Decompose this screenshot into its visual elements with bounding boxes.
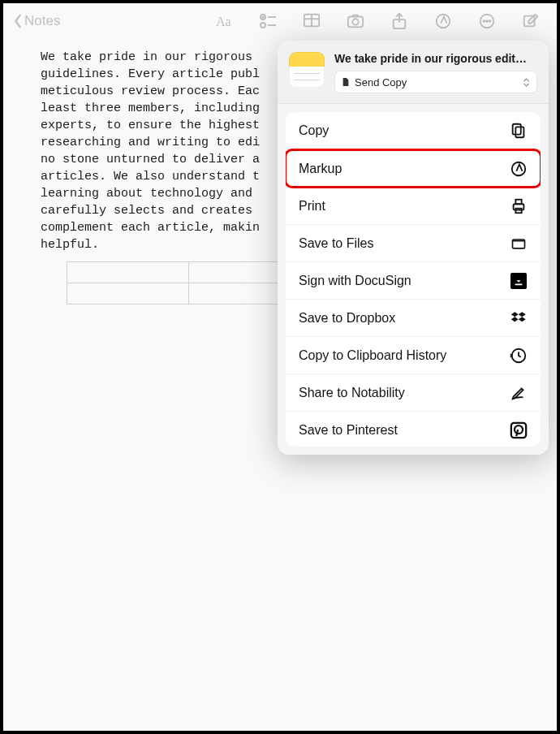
toolbar: Notes Aa bbox=[3, 3, 557, 39]
share-item-sign-with-docusign[interactable]: Sign with DocuSign bbox=[286, 261, 541, 299]
svg-rect-18 bbox=[513, 124, 521, 135]
checklist-icon[interactable] bbox=[258, 11, 278, 31]
history-icon bbox=[510, 347, 528, 365]
share-item-save-to-dropbox[interactable]: Save to Dropbox bbox=[286, 299, 541, 336]
share-item-copy[interactable]: Copy bbox=[286, 112, 541, 149]
share-item-label: Save to Files bbox=[299, 236, 373, 251]
copy-icon bbox=[510, 122, 528, 140]
print-icon bbox=[510, 197, 528, 215]
compose-icon[interactable] bbox=[521, 11, 541, 31]
more-icon[interactable] bbox=[477, 11, 497, 31]
svg-point-19 bbox=[512, 162, 526, 175]
share-list: CopyMarkupPrintSave to FilesSign with Do… bbox=[286, 112, 541, 447]
notes-app-icon bbox=[289, 52, 325, 88]
svg-point-13 bbox=[483, 20, 485, 22]
docusign-icon bbox=[510, 272, 528, 290]
send-copy-label: Send Copy bbox=[355, 76, 407, 89]
share-item-label: Markup bbox=[299, 162, 342, 176]
svg-point-15 bbox=[489, 20, 491, 22]
chevron-left-icon bbox=[13, 14, 23, 28]
note-table[interactable] bbox=[67, 261, 310, 304]
folder-icon bbox=[510, 235, 528, 253]
share-item-copy-to-clipboard-history[interactable]: Copy to Clipboard History bbox=[286, 336, 541, 373]
share-item-print[interactable]: Print bbox=[286, 187, 541, 224]
share-item-label: Copy to Clipboard History bbox=[299, 348, 446, 363]
share-item-save-to-files[interactable]: Save to Files bbox=[286, 224, 541, 261]
back-label: Notes bbox=[24, 13, 60, 29]
svg-rect-21 bbox=[515, 199, 521, 204]
share-title: We take pride in our rigorous edit… bbox=[334, 52, 537, 65]
share-item-share-to-notability[interactable]: Share to Notability bbox=[286, 373, 541, 411]
updown-icon bbox=[523, 77, 530, 88]
share-header: We take pride in our rigorous edit… Send… bbox=[278, 41, 549, 104]
share-item-label: Save to Dropbox bbox=[299, 311, 395, 326]
share-item-save-to-pinterest[interactable]: Save to Pinterest bbox=[286, 411, 541, 447]
back-button[interactable]: Notes bbox=[13, 13, 60, 29]
markup-toolbar-icon[interactable] bbox=[433, 11, 453, 31]
table-icon[interactable] bbox=[302, 11, 321, 31]
share-item-label: Print bbox=[299, 199, 325, 214]
share-icon[interactable] bbox=[390, 11, 409, 31]
toolbar-icons: Aa bbox=[214, 11, 547, 31]
camera-icon[interactable] bbox=[346, 11, 365, 31]
svg-text:Aa: Aa bbox=[216, 15, 231, 28]
format-text-icon[interactable]: Aa bbox=[214, 11, 234, 31]
share-item-label: Save to Pinterest bbox=[299, 423, 398, 438]
share-item-label: Sign with DocuSign bbox=[299, 274, 411, 288]
page-icon bbox=[342, 77, 350, 87]
share-item-label: Copy bbox=[299, 123, 329, 138]
svg-point-3 bbox=[261, 23, 265, 28]
dropbox-icon bbox=[510, 309, 528, 327]
svg-point-9 bbox=[352, 19, 358, 24]
svg-point-14 bbox=[486, 20, 488, 22]
pencil-icon bbox=[510, 384, 528, 402]
markup-icon bbox=[510, 160, 528, 178]
share-item-markup[interactable]: Markup bbox=[286, 149, 541, 187]
pinterest-icon bbox=[510, 421, 528, 439]
share-sheet: We take pride in our rigorous edit… Send… bbox=[278, 41, 549, 455]
svg-point-26 bbox=[515, 425, 523, 434]
share-item-label: Share to Notability bbox=[299, 386, 405, 400]
svg-rect-17 bbox=[515, 127, 523, 137]
send-copy-selector[interactable]: Send Copy bbox=[334, 71, 537, 93]
svg-point-11 bbox=[437, 15, 450, 28]
